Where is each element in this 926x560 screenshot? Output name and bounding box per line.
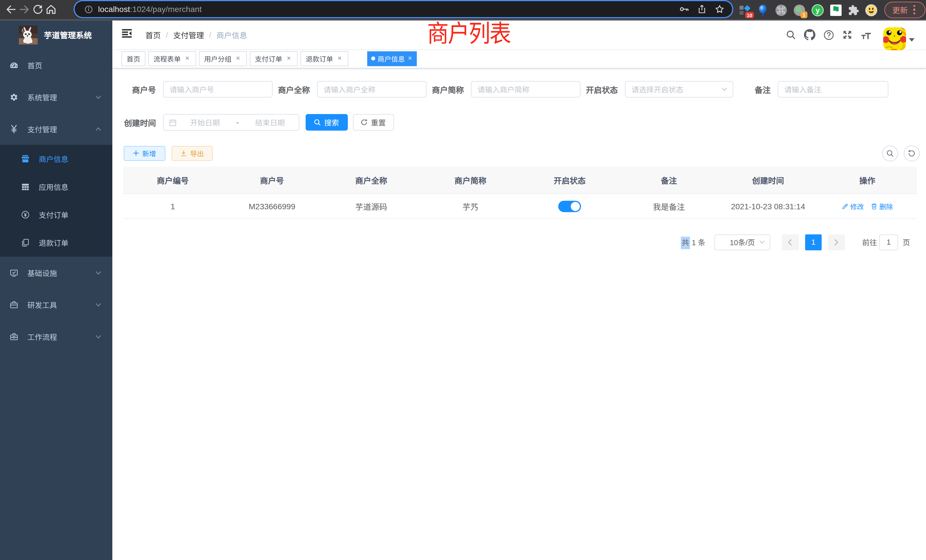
sidebar-item-home[interactable]: 首页 bbox=[0, 49, 112, 81]
yuan-circle-icon bbox=[21, 210, 30, 219]
share-icon[interactable] bbox=[697, 4, 707, 14]
breadcrumb-home[interactable]: 首页 bbox=[145, 29, 161, 41]
bookmark-star-icon[interactable] bbox=[714, 4, 725, 14]
plus-icon bbox=[133, 150, 139, 156]
extensions-puzzle-icon[interactable] bbox=[848, 5, 859, 16]
col-actions: 操作 bbox=[818, 166, 917, 193]
col-merchant-no: 商户号 bbox=[222, 166, 322, 193]
cell-remark: 我是备注 bbox=[619, 194, 719, 218]
cell-merchant-name: 芋道源码 bbox=[322, 194, 421, 218]
filter-label-merchant-no: 商户号 bbox=[124, 83, 156, 95]
fullscreen-icon[interactable] bbox=[842, 30, 852, 40]
sidebar-menu: 首页 系统管理 支付管理 商户信息 bbox=[0, 49, 112, 353]
sidebar-item-infrastructure[interactable]: 基础设施 bbox=[0, 257, 112, 289]
extension-y-icon[interactable]: y bbox=[811, 4, 824, 17]
refresh-icon bbox=[908, 149, 916, 157]
gear-icon bbox=[10, 93, 18, 101]
show-search-toggle-button[interactable] bbox=[882, 145, 898, 161]
prev-page-button[interactable] bbox=[782, 234, 799, 250]
sidebar-item-app-info[interactable]: 应用信息 bbox=[0, 173, 112, 201]
sidebar-item-payment-orders[interactable]: 支付订单 bbox=[0, 201, 112, 229]
sidebar-item-merchant-info[interactable]: 商户信息 bbox=[0, 145, 112, 173]
status-switch[interactable] bbox=[558, 200, 581, 212]
tag-merchant-info[interactable]: 商户信息× bbox=[367, 51, 417, 66]
chrome-menu-icon[interactable] bbox=[914, 5, 915, 14]
export-button[interactable]: 导出 bbox=[172, 146, 213, 160]
help-icon[interactable] bbox=[823, 29, 834, 40]
tag-close-icon[interactable]: × bbox=[336, 55, 343, 62]
col-merchant-id: 商户编号 bbox=[123, 166, 222, 193]
page-size-select[interactable]: 10条/页 bbox=[714, 234, 770, 250]
add-button[interactable]: 新增 bbox=[124, 146, 165, 160]
tag-close-icon[interactable]: × bbox=[235, 55, 242, 62]
browser-forward-icon[interactable] bbox=[18, 3, 30, 15]
page-1-button[interactable]: 1 bbox=[805, 234, 822, 250]
tag-label: 用户分组 bbox=[204, 54, 232, 63]
breadcrumb-separator: / bbox=[166, 30, 168, 39]
merchant-short-input[interactable]: 请输入商户简称 bbox=[471, 81, 580, 97]
tag-close-icon[interactable]: × bbox=[184, 55, 191, 62]
date-end-input[interactable]: 结束日期 bbox=[242, 117, 298, 128]
header-search-icon[interactable] bbox=[786, 30, 796, 40]
profile-avatar-icon[interactable] bbox=[865, 4, 878, 17]
avatar-caret-icon[interactable] bbox=[909, 38, 915, 44]
sidebar-logo[interactable]: 芋道管理系统 bbox=[0, 21, 112, 49]
update-label: 更新 bbox=[892, 4, 908, 15]
browser-home-icon[interactable] bbox=[45, 3, 57, 15]
tag-process-form[interactable]: 流程表单× bbox=[148, 51, 196, 66]
merchant-no-input[interactable]: 请输入商户号 bbox=[163, 81, 272, 97]
placeholder-text: 请输入商户简称 bbox=[478, 84, 530, 95]
tag-close-icon[interactable]: × bbox=[285, 55, 292, 62]
delete-link[interactable]: 删除 bbox=[871, 201, 893, 211]
merchant-name-input[interactable]: 请输入商户全称 bbox=[317, 81, 426, 97]
navbar: 首页 / 支付管理 / 商户信息 bbox=[112, 21, 926, 49]
tag-user-group[interactable]: 用户分组× bbox=[199, 51, 247, 66]
extension-recorder-icon[interactable]: 1 bbox=[793, 4, 806, 17]
sidebar-item-workflow[interactable]: 工作流程 bbox=[0, 321, 112, 353]
sidebar-item-system[interactable]: 系统管理 bbox=[0, 81, 112, 113]
tag-close-icon[interactable]: × bbox=[407, 55, 413, 62]
goto-page-input[interactable]: 1 bbox=[879, 234, 898, 250]
dashboard-icon bbox=[10, 61, 18, 69]
tag-payment-order[interactable]: 支付订单× bbox=[250, 51, 298, 66]
tag-home[interactable]: 首页 bbox=[121, 51, 145, 66]
password-key-icon[interactable] bbox=[679, 4, 689, 14]
edit-link[interactable]: 修改 bbox=[841, 201, 864, 211]
sidebar-item-refund-orders[interactable]: 退款订单 bbox=[0, 229, 112, 257]
table-header-row: 商户编号 商户号 商户全称 商户简称 开启状态 备注 创建时间 操作 bbox=[123, 166, 917, 194]
sidebar-toggle-icon[interactable] bbox=[122, 29, 132, 38]
cell-merchant-short: 芋艿 bbox=[421, 194, 520, 218]
tag-refund-order[interactable]: 退款订单× bbox=[301, 51, 348, 66]
remark-input[interactable]: 请输入备注 bbox=[778, 81, 888, 97]
pagination-total: 共 1 条 bbox=[681, 237, 705, 248]
date-start-input[interactable]: 开始日期 bbox=[177, 117, 233, 128]
site-info-icon[interactable] bbox=[85, 5, 93, 14]
breadcrumb-payment[interactable]: 支付管理 bbox=[173, 29, 204, 41]
extension-command-icon[interactable] bbox=[775, 4, 787, 17]
github-icon[interactable] bbox=[804, 29, 816, 41]
next-page-button[interactable] bbox=[828, 234, 845, 250]
extension-pinned-icon[interactable]: 10 bbox=[738, 4, 751, 17]
extension-flag-icon[interactable] bbox=[830, 4, 842, 17]
filter-label-merchant-short: 商户简称 bbox=[432, 83, 464, 95]
font-size-icon[interactable] bbox=[861, 29, 872, 41]
address-bar[interactable]: localhost:1024/pay/merchant bbox=[75, 1, 732, 17]
refresh-table-button[interactable] bbox=[904, 145, 920, 161]
browser-reload-icon[interactable] bbox=[32, 3, 44, 15]
user-avatar[interactable] bbox=[883, 27, 906, 50]
browser-back-icon[interactable] bbox=[5, 3, 17, 15]
sidebar-item-payment[interactable]: 支付管理 bbox=[0, 113, 112, 145]
select-caret-icon bbox=[721, 87, 727, 91]
placeholder-text: 请输入商户全称 bbox=[324, 84, 375, 95]
date-range-picker[interactable]: 开始日期 - 结束日期 bbox=[163, 114, 299, 130]
filter-label-merchant-name: 商户全称 bbox=[278, 83, 310, 95]
sidebar-item-dev-tools[interactable]: 研发工具 bbox=[0, 289, 112, 321]
sidebar-item-label: 退款订单 bbox=[39, 237, 68, 248]
search-button[interactable]: 搜索 bbox=[305, 114, 348, 130]
extension-balloon-icon[interactable] bbox=[757, 4, 769, 17]
status-select[interactable]: 请选择开启状态 bbox=[625, 81, 733, 97]
url-host: localhost bbox=[98, 5, 130, 14]
refresh-icon bbox=[361, 119, 368, 126]
reset-button[interactable]: 重置 bbox=[353, 114, 394, 130]
chrome-update-button[interactable]: 更新 bbox=[884, 2, 925, 18]
